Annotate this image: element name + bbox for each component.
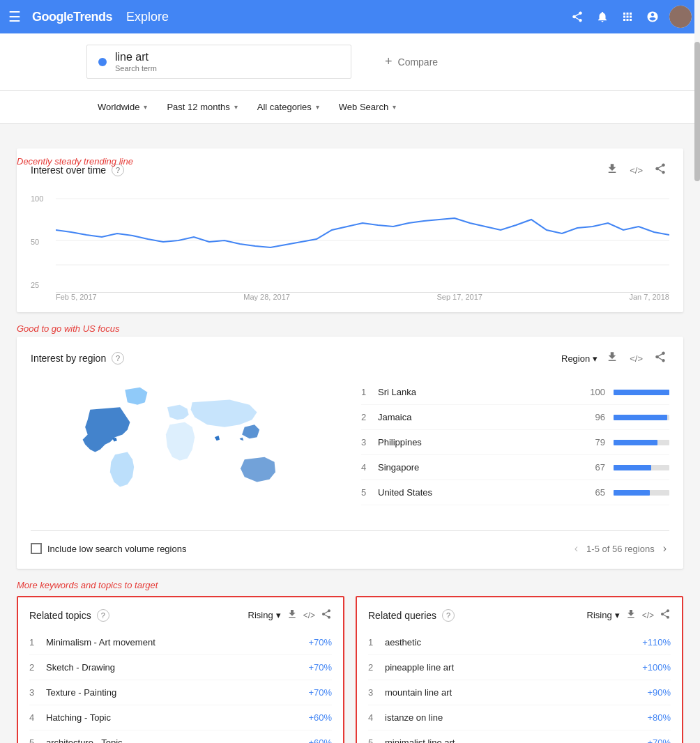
region-name-1: Sri Lanka [378,387,584,397]
queries-filter-dropdown[interactable]: Rising ▾ [587,610,620,620]
annotation-label-trend: Decently steady trending line [17,156,133,167]
code-icon-queries[interactable]: </> [642,611,654,620]
chart-y-labels: 100 50 25 [31,192,56,289]
region-rank-2: 2 [361,412,378,422]
filter-time-range[interactable]: Past 12 months ▾ [158,98,245,116]
related-topics-card: Related topics ? Rising ▾ </> [17,596,344,743]
low-volume-checkbox[interactable] [31,543,42,554]
topic-rank-5: 5 [29,737,46,743]
topic-name-1[interactable]: Minimalism - Art movement [46,637,308,648]
search-area: line art Search term + Compare [0,33,700,91]
region-rank-1: 1 [361,387,378,397]
region-list: 1 Sri Lanka 100 2 Jamaica 96 3 [350,380,669,519]
share-icon[interactable] [569,8,586,25]
compare-label: Compare [398,56,439,68]
scrollbar-thumb[interactable] [694,42,700,181]
query-rank-4: 4 [368,712,385,723]
region-dropdown-value: Region [561,353,590,364]
query-item-4: 4 istanze on line +80% [368,705,671,730]
help-icon-topics[interactable]: ? [97,609,109,622]
account-icon[interactable] [644,8,661,25]
card-actions-region: Region ▾ </> [561,348,669,369]
menu-icon[interactable]: ☰ [8,8,21,25]
search-term-content: line art Search term [115,51,157,72]
region-name-5: United States [378,487,584,498]
region-item-5: 5 United States 65 [361,480,669,505]
topics-filter-dropdown[interactable]: Rising ▾ [248,610,281,620]
filter-search-type[interactable]: Web Search ▾ [330,98,404,116]
main-content: Decently steady trending line Interest o… [0,124,700,743]
card-title-area-region: Interest by region ? [31,352,124,365]
annotation-trend: Decently steady trending line [17,135,683,146]
download-icon-topics[interactable] [287,608,298,622]
query-name-3[interactable]: mountain line art [385,687,647,698]
query-value-5: +70% [647,737,671,743]
topic-name-4[interactable]: Hatching - Topic [46,712,308,723]
share-icon-region[interactable] [651,348,669,369]
help-icon-queries[interactable]: ? [442,609,455,622]
region-value-5: 65 [584,487,605,498]
share-icon-iot[interactable] [651,160,669,181]
topic-name-5[interactable]: architecture - Topic [46,737,308,743]
query-item-3: 3 mountain line art +90% [368,680,671,705]
topic-rank-3: 3 [29,687,46,698]
query-name-4[interactable]: istanze on line [385,712,647,723]
search-term-box[interactable]: line art Search term [86,45,351,79]
pagination-next-icon[interactable]: › [660,539,669,558]
x-label-2: May 28, 2017 [243,293,290,301]
region-section: 1 Sri Lanka 100 2 Jamaica 96 3 [31,380,669,519]
help-icon-region[interactable]: ? [112,352,124,365]
region-value-1: 100 [584,387,605,397]
region-value-2: 96 [584,412,605,422]
chart-svg [56,192,669,289]
checkbox-label: Include low search volume regions [47,544,186,554]
query-name-1[interactable]: aesthetic [385,637,642,648]
filter-category[interactable]: All categories ▾ [249,98,328,116]
annotation-region: Good to go with US focus [17,323,683,334]
code-icon-region[interactable]: </> [627,351,646,367]
download-icon-region[interactable] [603,348,621,369]
scrollbar [694,0,700,743]
notifications-icon[interactable] [594,8,611,25]
related-queries-card: Related queries ? Rising ▾ </> [356,596,683,743]
filters-bar: Worldwide ▾ Past 12 months ▾ All categor… [0,91,700,124]
query-rank-1: 1 [368,637,385,648]
download-icon-queries[interactable] [625,608,637,622]
share-icon-topics[interactable] [321,608,332,622]
topic-item-4: 4 Hatching - Topic +60% [29,705,332,730]
topic-item-2: 2 Sketch - Drawing +70% [29,655,332,680]
apps-icon[interactable] [619,8,636,25]
region-item-3: 3 Philippines 79 [361,430,669,455]
region-bar-container-1 [614,390,669,395]
topic-rank-4: 4 [29,712,46,723]
region-pagination: ‹ 1-5 of 56 regions › [572,539,669,558]
region-item-1: 1 Sri Lanka 100 [361,380,669,405]
share-icon-queries[interactable] [660,608,671,622]
topic-value-2: +70% [308,662,332,673]
compare-plus-icon: + [385,54,393,69]
avatar[interactable] [669,6,692,28]
topic-name-2[interactable]: Sketch - Drawing [46,662,308,673]
related-queries-title-area: Related queries ? [368,609,455,622]
topic-name-3[interactable]: Texture - Painting [46,687,308,698]
query-name-5[interactable]: minimalist line art [385,737,647,743]
region-item-4: 4 Singapore 67 [361,455,669,480]
topic-item-3: 3 Texture - Painting +70% [29,680,332,705]
annotation-label-region: Good to go with US focus [17,323,119,334]
code-icon-iot[interactable]: </> [627,162,646,178]
filter-category-value: All categories [257,102,312,112]
topic-value-3: +70% [308,687,332,698]
query-rank-2: 2 [368,662,385,673]
region-dropdown[interactable]: Region ▾ [561,353,598,364]
y-label-100: 100 [31,194,56,203]
region-name-4: Singapore [378,462,584,473]
filter-location[interactable]: Worldwide ▾ [89,98,155,116]
download-icon-iot[interactable] [603,160,621,181]
region-bar-2 [614,415,667,420]
world-map-svg [31,380,339,519]
pagination-prev-icon[interactable]: ‹ [572,539,581,558]
compare-button[interactable]: + Compare [368,49,455,75]
x-label-3: Sep 17, 2017 [436,293,482,301]
query-name-2[interactable]: pineapple line art [385,662,642,673]
code-icon-topics[interactable]: </> [303,611,315,620]
